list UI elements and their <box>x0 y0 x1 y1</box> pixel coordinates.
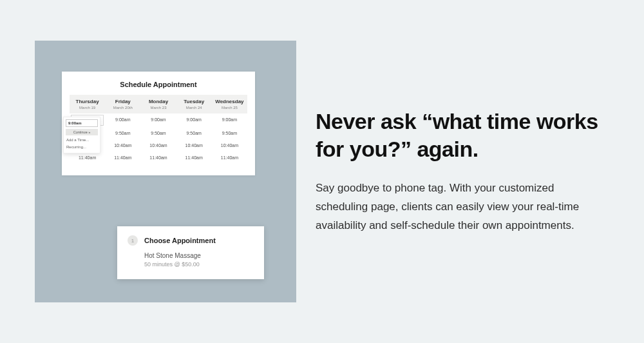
day-of-week: Wednesday <box>213 99 246 104</box>
day-header[interactable]: Tuesday March 24 <box>176 95 212 113</box>
day-header[interactable]: Thursday March 19 <box>70 95 105 113</box>
day-date: March 24 <box>178 106 211 110</box>
appointment-details: Hot Stone Massage 50 minutes @ $50.00 <box>128 252 254 268</box>
step-title: Choose Appointment <box>144 237 216 244</box>
slot-picker: 9:00am Continue » Add a Time... Recurrin… <box>63 117 100 153</box>
time-slot[interactable]: 11:40am <box>140 152 176 164</box>
step-header: 1 Choose Appointment <box>128 235 254 246</box>
day-of-week: Thursday <box>71 99 104 104</box>
day-header[interactable]: Monday March 23 <box>140 95 176 113</box>
time-slot[interactable]: 11:40am <box>212 152 247 164</box>
service-name: Hot Stone Massage <box>144 252 254 259</box>
day-date: March 20th <box>106 106 139 110</box>
time-slot[interactable]: 9:00am <box>105 113 140 127</box>
headline: Never ask “what time works for you?” aga… <box>316 108 605 162</box>
time-slot[interactable]: 9:50am <box>212 127 247 139</box>
time-slot[interactable]: 11:40am <box>176 152 212 164</box>
service-meta: 50 minutes @ $50.00 <box>144 261 254 268</box>
day-date: March 25 <box>213 106 246 110</box>
page-root: Schedule Appointment Thursday March 19 F… <box>0 0 644 343</box>
picker-selected-time: 9:00am <box>66 119 98 127</box>
day-date: March 23 <box>142 106 175 110</box>
time-slot[interactable]: 11:40am <box>105 152 140 164</box>
time-slot[interactable]: 9:00am <box>176 113 212 127</box>
day-of-week: Tuesday <box>178 99 211 104</box>
day-date: March 19 <box>71 106 104 110</box>
time-slot[interactable]: 10:40am <box>176 139 212 152</box>
day-of-week: Friday <box>106 99 139 104</box>
time-slot[interactable]: 9:00am <box>212 113 247 127</box>
time-slot[interactable]: 10:40am <box>212 139 247 152</box>
step-number-badge: 1 <box>128 235 138 246</box>
time-slot[interactable]: 10:40am <box>105 139 140 152</box>
day-header[interactable]: Wednesday March 25 <box>212 95 247 113</box>
time-slot[interactable]: 9:50am <box>176 127 212 139</box>
add-time-link[interactable]: Add a Time... <box>66 137 98 143</box>
time-slot[interactable]: 9:00am <box>140 113 176 127</box>
time-slot[interactable]: 9:50am <box>140 127 176 139</box>
continue-button[interactable]: Continue » <box>66 129 98 135</box>
day-of-week: Monday <box>142 99 175 104</box>
illustration-frame: Schedule Appointment Thursday March 19 F… <box>35 41 296 302</box>
recurring-link[interactable]: Recurring... <box>66 144 98 150</box>
day-header[interactable]: Friday March 20th <box>105 95 140 113</box>
marketing-copy: Never ask “what time works for you?” aga… <box>296 108 644 235</box>
time-slot[interactable]: 10:40am <box>140 139 176 152</box>
schedule-title: Schedule Appointment <box>70 81 247 88</box>
time-slot[interactable]: 9:50am <box>105 127 140 139</box>
choose-appointment-card: 1 Choose Appointment Hot Stone Massage 5… <box>117 226 264 279</box>
body-text: Say goodbye to phone tag. With your cust… <box>316 179 599 235</box>
